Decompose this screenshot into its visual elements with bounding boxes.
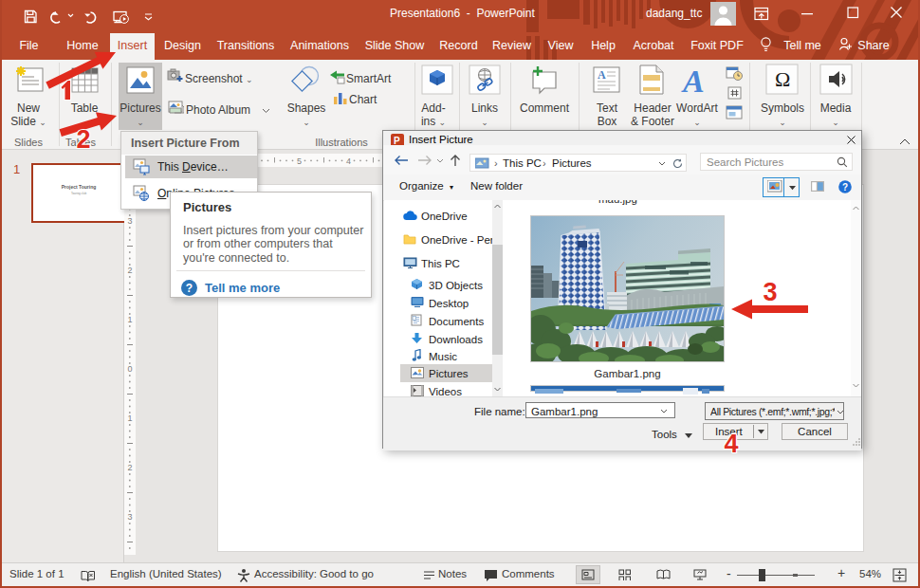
- svg-text:4: 4: [724, 430, 738, 458]
- svg-text:3: 3: [763, 278, 777, 306]
- svg-text:2: 2: [76, 125, 90, 154]
